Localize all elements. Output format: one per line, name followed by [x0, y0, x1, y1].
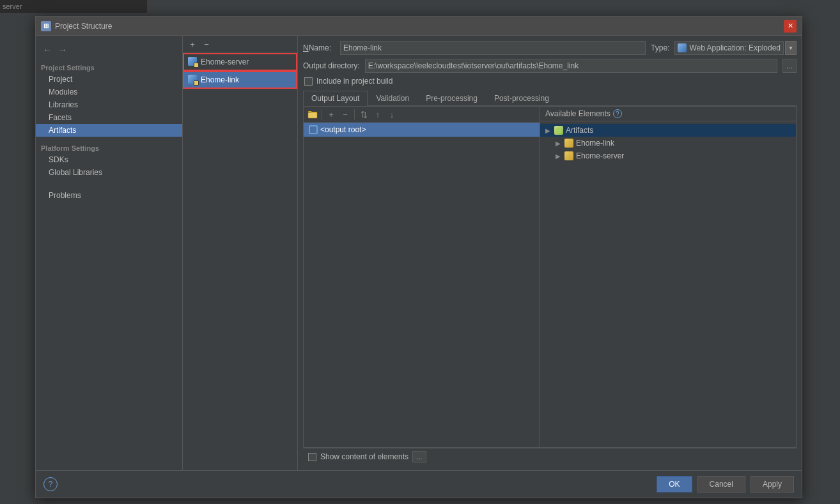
- artifact-list-panel: + − Ehome-server: [183, 36, 298, 470]
- artifact-list-header: + −: [183, 36, 297, 53]
- name-label: NName:: [303, 43, 335, 52]
- project-structure-dialog: ⊞ Project Structure ✕ ← → Project Settin…: [35, 16, 802, 498]
- sidebar-item-sdks[interactable]: SDKs: [36, 153, 182, 166]
- layout-pane: + − ⇅ ↑ ↓ <output root>: [303, 106, 797, 448]
- artifact-label-ehome-link: Ehome-link: [201, 75, 239, 84]
- sidebar-item-global-libraries[interactable]: Global Libraries: [36, 166, 182, 179]
- forward-button[interactable]: →: [56, 43, 69, 56]
- avail-arrow-ehome-link: ▶: [556, 140, 562, 147]
- layout-tree: + − ⇅ ↑ ↓ <output root>: [304, 107, 540, 447]
- toolbar-separator-1: [322, 109, 322, 119]
- layout-up-button[interactable]: ↑: [371, 108, 384, 121]
- type-value: Web Application: Exploded: [689, 43, 781, 52]
- svg-rect-1: [556, 128, 561, 133]
- avail-item-ehome-link[interactable]: ▶ Ehome-link: [540, 137, 796, 149]
- layout-toolbar: + − ⇅ ↑ ↓: [304, 107, 540, 123]
- layout-remove-button[interactable]: −: [339, 108, 352, 121]
- background-titlebar: server: [0, 0, 147, 13]
- available-elements-panel: Available Elements ? ▶ Artifacts: [540, 107, 796, 447]
- close-button[interactable]: ✕: [784, 20, 797, 33]
- output-dir-browse-button[interactable]: …: [782, 59, 797, 73]
- available-elements-title: Available Elements: [545, 109, 611, 118]
- bottom-bar: Show content of elements ...: [303, 448, 797, 465]
- sidebar-item-problems[interactable]: Problems: [36, 189, 182, 202]
- layout-add-button[interactable]: +: [325, 108, 338, 121]
- ok-button[interactable]: OK: [657, 476, 692, 493]
- avail-icon-ehome-link: [564, 139, 573, 148]
- avail-label-artifacts: Artifacts: [566, 126, 593, 135]
- sidebar-item-libraries[interactable]: Libraries: [36, 98, 182, 111]
- output-dir-label: Output directory:: [303, 61, 360, 70]
- tab-pre-processing[interactable]: Pre-processing: [417, 91, 486, 105]
- avail-arrow-ehome-server: ▶: [556, 153, 562, 160]
- type-select-container: Web Application: Exploded ▼: [674, 41, 797, 55]
- toolbar-separator-2: [354, 109, 355, 119]
- output-root-icon: [309, 125, 318, 134]
- artifact-add-button[interactable]: +: [187, 38, 198, 50]
- include-build-row: Include in project build: [303, 77, 797, 86]
- sidebar-item-artifacts[interactable]: Artifacts: [36, 124, 182, 137]
- avail-label-ehome-link: Ehome-link: [576, 139, 614, 148]
- output-dir-input[interactable]: [365, 59, 777, 73]
- layout-down-button[interactable]: ↓: [385, 108, 398, 121]
- dialog-icon: ⊞: [41, 21, 51, 31]
- sidebar-item-modules[interactable]: Modules: [36, 86, 182, 98]
- ehome-server-icon: [188, 57, 198, 67]
- avail-icon-artifacts: [554, 126, 563, 135]
- project-settings-section-label: Project Settings: [36, 61, 182, 73]
- main-content-area: NName: Type: Web Application: Exploded ▼: [298, 36, 802, 470]
- layout-tree-content: <output root>: [304, 123, 540, 447]
- footer-buttons: OK Cancel Apply: [657, 476, 794, 493]
- name-input[interactable]: [340, 41, 646, 55]
- name-field-row: NName: Type: Web Application: Exploded ▼: [303, 41, 797, 55]
- tab-validation[interactable]: Validation: [368, 91, 417, 105]
- layout-folder-button[interactable]: [306, 108, 319, 121]
- avail-icon-ehome-server: [564, 151, 573, 160]
- show-content-options-button[interactable]: ...: [412, 451, 426, 462]
- dialog-title: Project Structure: [55, 22, 784, 31]
- ehome-link-icon: [188, 75, 198, 85]
- artifact-item-ehome-server[interactable]: Ehome-server: [183, 53, 297, 71]
- layout-sort-button[interactable]: ⇅: [357, 108, 370, 121]
- back-button[interactable]: ←: [41, 43, 54, 56]
- platform-settings-section-label: Platform Settings: [36, 142, 182, 153]
- avail-item-artifacts[interactable]: ▶ Artifacts: [540, 124, 796, 137]
- type-icon: [678, 43, 687, 52]
- artifact-item-ehome-link[interactable]: Ehome-link: [183, 71, 297, 89]
- cancel-button[interactable]: Cancel: [697, 476, 745, 493]
- show-content-label: Show content of elements: [320, 452, 408, 461]
- tab-post-processing[interactable]: Post-processing: [486, 91, 557, 105]
- avail-item-ehome-server[interactable]: ▶ Ehome-server: [540, 149, 796, 162]
- apply-button[interactable]: Apply: [751, 476, 794, 493]
- svg-rect-0: [308, 112, 317, 118]
- available-elements-header: Available Elements ?: [540, 107, 796, 121]
- avail-arrow-artifacts: ▶: [545, 127, 552, 134]
- artifact-remove-button[interactable]: −: [201, 38, 212, 50]
- sidebar-top-actions: ← →: [36, 41, 182, 61]
- tabs-row: Output Layout Validation Pre-processing …: [303, 91, 797, 106]
- output-root-label: <output root>: [320, 125, 366, 134]
- sidebar-item-facets[interactable]: Facets: [36, 111, 182, 124]
- available-tree: ▶ Artifacts ▶ Ehome-link: [540, 121, 796, 447]
- type-dropdown-button[interactable]: ▼: [785, 41, 797, 55]
- include-build-checkbox[interactable]: [304, 77, 313, 86]
- dialog-titlebar: ⊞ Project Structure ✕: [36, 17, 802, 36]
- tab-output-layout[interactable]: Output Layout: [303, 91, 368, 106]
- include-build-label: Include in project build: [316, 77, 393, 86]
- sidebar-item-project[interactable]: Project: [36, 73, 182, 86]
- type-label: Type:: [651, 43, 669, 52]
- output-root-item[interactable]: <output root>: [304, 123, 540, 137]
- help-button[interactable]: ?: [43, 477, 58, 491]
- artifact-label-ehome-server: Ehome-server: [201, 57, 249, 66]
- show-content-checkbox[interactable]: [308, 453, 316, 461]
- dialog-footer: ? OK Cancel Apply: [36, 470, 802, 498]
- available-elements-help-button[interactable]: ?: [613, 109, 622, 118]
- avail-label-ehome-server: Ehome-server: [576, 151, 624, 160]
- output-dir-row: Output directory: …: [303, 59, 797, 73]
- app-background: server ⊞ Project Structure ✕ ← → Project…: [0, 0, 840, 504]
- sidebar: ← → Project Settings Project Modules Lib…: [36, 36, 183, 470]
- type-select-box[interactable]: Web Application: Exploded: [674, 41, 784, 55]
- dialog-body: ← → Project Settings Project Modules Lib…: [36, 36, 802, 470]
- background-app-label: server: [0, 3, 22, 10]
